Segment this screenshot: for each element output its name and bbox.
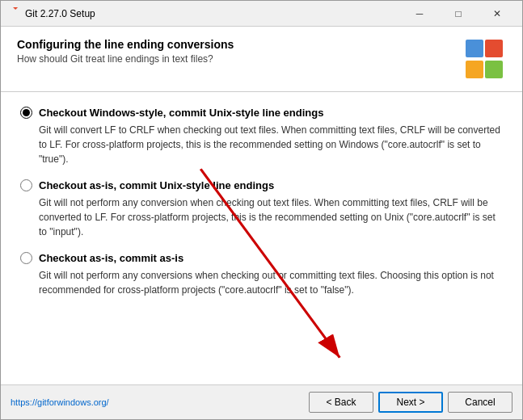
maximize-button[interactable]: □ (440, 2, 477, 25)
option-group-3: Checkout as-is, commit as-is Git will no… (20, 252, 503, 297)
close-button[interactable]: ✕ (479, 2, 516, 25)
svg-rect-1 (485, 40, 503, 57)
footer: https://gitforwindows.org/ < Back Next >… (1, 384, 522, 419)
back-button[interactable]: < Back (309, 392, 373, 413)
option-1-radio[interactable] (20, 107, 32, 119)
svg-rect-0 (13, 7, 19, 10)
next-button[interactable]: Next > (378, 392, 443, 413)
footer-link[interactable]: https://gitforwindows.org/ (11, 397, 109, 407)
option-1-desc: Git will convert LF to CRLF when checkin… (39, 123, 503, 166)
header-title: Configuring the line ending conversions (17, 38, 464, 51)
option-3-radio[interactable] (20, 252, 32, 264)
option-2-radio[interactable] (20, 179, 32, 191)
minimize-button[interactable]: ─ (401, 2, 438, 25)
option-3-desc: Git will not perform any conversions whe… (39, 268, 503, 297)
git-title-icon (7, 7, 20, 20)
header-section: Configuring the line ending conversions … (1, 27, 522, 92)
option-3-label: Checkout as-is, commit as-is (20, 252, 503, 264)
option-2-label: Checkout as-is, commit Unix-style line e… (20, 179, 503, 191)
window-controls: ─ □ ✕ (401, 2, 516, 25)
content-area: Checkout Windows-style, commit Unix-styl… (1, 92, 522, 384)
option-1-label: Checkout Windows-style, commit Unix-styl… (20, 107, 503, 119)
cancel-button[interactable]: Cancel (448, 392, 512, 413)
header-text: Configuring the line ending conversions … (17, 38, 464, 65)
git-logo (464, 38, 506, 80)
option-3-title[interactable]: Checkout as-is, commit as-is (39, 252, 183, 264)
option-1-title[interactable]: Checkout Windows-style, commit Unix-styl… (39, 107, 323, 119)
option-group-2: Checkout as-is, commit Unix-style line e… (20, 179, 503, 239)
setup-window: Git 2.27.0 Setup ─ □ ✕ Configuring the l… (0, 0, 523, 420)
option-2-title[interactable]: Checkout as-is, commit Unix-style line e… (39, 179, 274, 191)
option-2-desc: Git will not perform any conversion when… (39, 195, 503, 239)
title-bar: Git 2.27.0 Setup ─ □ ✕ (1, 1, 522, 27)
svg-rect-4 (485, 61, 503, 78)
svg-rect-2 (466, 40, 483, 57)
header-subtitle: How should Git treat line endings in tex… (17, 53, 464, 65)
footer-buttons: < Back Next > Cancel (309, 392, 512, 413)
option-group-1: Checkout Windows-style, commit Unix-styl… (20, 107, 503, 166)
window-title: Git 2.27.0 Setup (25, 8, 401, 19)
svg-rect-3 (466, 61, 483, 78)
